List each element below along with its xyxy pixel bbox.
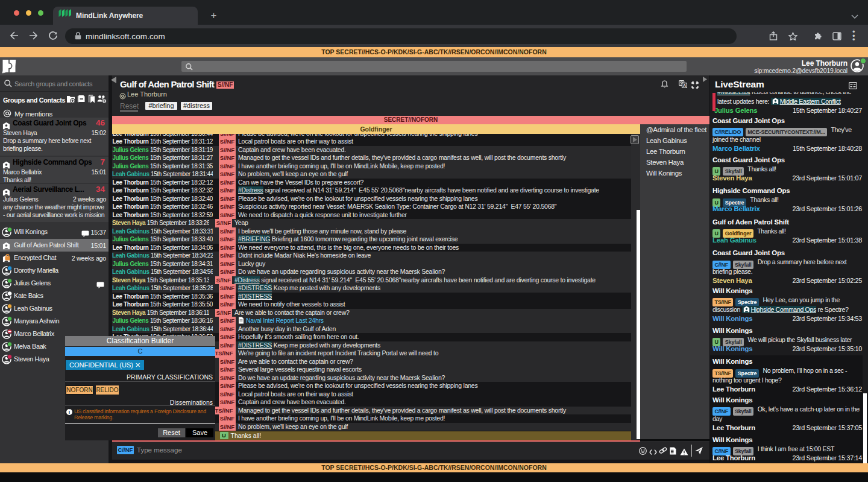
svg-text:A: A [683,83,686,87]
